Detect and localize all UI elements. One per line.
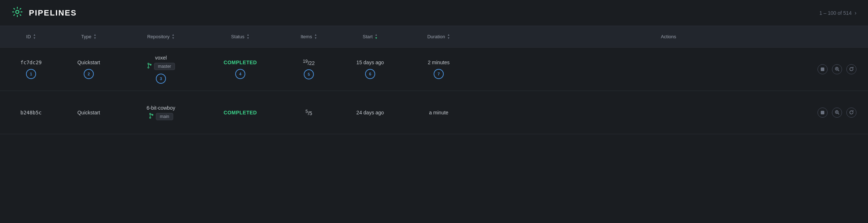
status-badge: COMPLETED: [224, 110, 257, 115]
col-header-items[interactable]: Items ▲ ▼: [280, 34, 338, 40]
col-duration-sort: ▲ ▼: [447, 34, 450, 40]
cell-duration-1: 2 minutes 7: [403, 60, 475, 79]
repo-info: 6-bit-cowboy main: [146, 105, 175, 120]
col-id-label: ID: [26, 34, 31, 39]
col-items-label: Items: [301, 34, 312, 39]
col-items-sort: ▲ ▼: [314, 34, 317, 40]
annotation-2: 2: [84, 69, 94, 79]
cell-id-2: b248b5c: [6, 110, 56, 115]
pagination-info: 1 – 100 of 514 ›: [819, 10, 856, 16]
items-numerator: 19: [303, 59, 308, 64]
cell-type-2: Quickstart: [56, 110, 121, 115]
zoom-button[interactable]: [832, 108, 842, 118]
col-actions-label: Actions: [661, 34, 676, 39]
col-status-label: Status: [231, 34, 245, 39]
svg-rect-12: [821, 111, 824, 114]
pipeline-id: fc7dc29: [20, 60, 41, 65]
cell-actions-2: [475, 108, 862, 118]
cell-repo-1: voxel master 3: [121, 55, 201, 84]
cell-items-1: 19/22 5: [280, 59, 338, 80]
col-header-repository[interactable]: Repository ▲ ▼: [121, 34, 201, 40]
annotation-5: 5: [304, 69, 314, 79]
items-count: 5/5: [306, 109, 312, 116]
col-type-sort: ▲ ▼: [93, 34, 96, 40]
branch-row: main: [149, 113, 173, 120]
duration-value: 2 minutes: [428, 60, 450, 65]
col-header-id[interactable]: ID ▲ ▼: [6, 34, 56, 40]
branch-name: main: [156, 113, 173, 120]
col-repo-sort: ▲ ▼: [172, 34, 175, 40]
cell-actions-1: [475, 64, 862, 74]
table-body: fc7dc29 1 Quickstart 2 voxel: [0, 48, 868, 134]
items-numerator: 5: [306, 109, 308, 114]
refresh-button[interactable]: [846, 108, 856, 118]
next-page-button[interactable]: ›: [855, 10, 856, 16]
table-row: fc7dc29 1 Quickstart 2 voxel: [0, 48, 868, 91]
annotation-1: 1: [26, 69, 36, 79]
pipeline-type: Quickstart: [77, 60, 100, 65]
pipeline-id: b248b5c: [20, 110, 41, 115]
cell-id-1: fc7dc29 1: [6, 60, 56, 79]
col-status-sort: ▲ ▼: [246, 34, 249, 40]
start-time: 15 days ago: [356, 60, 384, 65]
zoom-button[interactable]: [832, 64, 842, 74]
app-header: PIPELINES 1 – 100 of 514 ›: [0, 0, 868, 26]
gear-icon: [12, 6, 23, 19]
stop-button[interactable]: [817, 64, 828, 74]
cell-type-1: Quickstart 2: [56, 60, 121, 79]
items-denominator: 5: [309, 110, 312, 116]
stop-button[interactable]: [817, 108, 828, 118]
annotation-6: 6: [365, 69, 375, 79]
repo-info: voxel master: [147, 55, 175, 70]
cell-start-1: 15 days ago 6: [338, 60, 403, 79]
branch-name: master: [154, 63, 175, 70]
cell-status-2: COMPLETED: [201, 110, 280, 115]
svg-line-14: [838, 113, 839, 115]
col-type-label: Type: [81, 34, 91, 39]
app-title: PIPELINES: [29, 8, 77, 18]
col-repo-label: Repository: [147, 34, 170, 39]
repo-name: voxel: [155, 55, 167, 61]
items-denominator: 22: [309, 60, 315, 66]
table-row: b248b5c Quickstart 6-bit-cowboy: [0, 91, 868, 134]
cell-repo-2: 6-bit-cowboy main: [121, 105, 201, 120]
cell-duration-2: a minute: [403, 110, 475, 115]
start-time: 24 days ago: [356, 110, 384, 115]
items-count: 19/22: [303, 59, 315, 66]
svg-point-0: [16, 10, 19, 14]
duration-value: a minute: [429, 110, 448, 115]
git-branch-icon: [149, 113, 154, 120]
svg-line-6: [838, 70, 839, 71]
git-branch-icon: [147, 63, 152, 70]
status-badge: COMPLETED: [224, 60, 257, 65]
annotation-4: 4: [235, 69, 245, 79]
pipeline-type: Quickstart: [77, 110, 100, 115]
annotation-7: 7: [434, 69, 444, 79]
branch-row: master: [147, 63, 175, 70]
header-left: PIPELINES: [12, 6, 77, 19]
cell-start-2: 24 days ago: [338, 110, 403, 115]
annotation-3: 3: [156, 74, 166, 84]
svg-rect-4: [821, 67, 824, 71]
table-header: ID ▲ ▼ Type ▲ ▼ Repository ▲ ▼ Status ▲ …: [0, 26, 868, 48]
col-id-sort: ▲ ▼: [33, 34, 36, 40]
cell-status-1: COMPLETED 4: [201, 60, 280, 79]
col-duration-label: Duration: [427, 34, 445, 39]
repo-name: 6-bit-cowboy: [146, 105, 175, 111]
col-header-status[interactable]: Status ▲ ▼: [201, 34, 280, 40]
refresh-button[interactable]: [846, 64, 856, 74]
col-start-label: Start: [363, 34, 372, 39]
col-header-duration[interactable]: Duration ▲ ▼: [403, 34, 475, 40]
col-header-actions: Actions: [475, 34, 862, 39]
col-header-start[interactable]: Start ▲ ▼: [338, 34, 403, 40]
col-start-sort: ▲ ▼: [375, 34, 378, 40]
cell-items-2: 5/5: [280, 109, 338, 116]
pagination-text: 1 – 100 of 514: [819, 10, 852, 16]
col-header-type[interactable]: Type ▲ ▼: [56, 34, 121, 40]
